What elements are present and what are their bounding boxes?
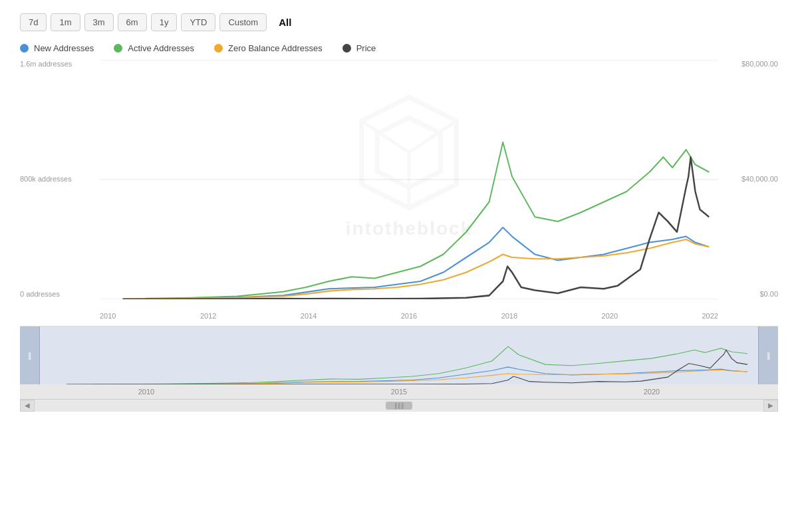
legend-item-zero-balance-addresses: Zero Balance Addresses xyxy=(214,43,323,53)
x-label: 2018 xyxy=(501,312,517,320)
legend-label: Zero Balance Addresses xyxy=(228,43,323,53)
scroll-thumb[interactable]: ‖‖‖ xyxy=(386,402,412,410)
x-label: 2012 xyxy=(200,312,216,320)
time-btn-6m[interactable]: 6m xyxy=(118,13,147,31)
time-btn-ytd[interactable]: YTD xyxy=(181,13,215,31)
legend-dot xyxy=(114,44,122,53)
time-btn-3m[interactable]: 3m xyxy=(84,13,114,31)
main-chart-svg xyxy=(100,60,718,299)
legend-dot xyxy=(214,44,223,53)
y-label-right: $40,000.00 xyxy=(741,175,778,183)
time-btn-7d[interactable]: 7d xyxy=(20,13,47,31)
legend-dot xyxy=(20,44,29,53)
x-label: 2016 xyxy=(401,312,417,320)
scrollbar: ◀ ‖‖‖ ▶ xyxy=(20,399,778,411)
main-container: 7d1m3m6m1yYTDCustomAll New AddressesActi… xyxy=(0,0,798,532)
legend-label: New Addresses xyxy=(34,43,94,53)
legend-dot xyxy=(342,44,351,53)
navigator-x-labels: 201020152020 xyxy=(20,384,778,399)
y-label-right: $0.00 xyxy=(759,290,778,298)
y-axis-left: 1.6m addresses800k addresses0 addresses xyxy=(20,60,100,299)
scroll-track[interactable]: ‖‖‖ xyxy=(35,400,763,412)
chart-wrapper: 1.6m addresses800k addresses0 addresses … xyxy=(20,60,778,525)
legend-label: Active Addresses xyxy=(128,43,194,53)
navigator-x-label: 2010 xyxy=(138,388,154,396)
legend-item-new-addresses: New Addresses xyxy=(20,43,94,53)
y-label-left: 1.6m addresses xyxy=(20,60,100,68)
x-label: 2010 xyxy=(100,312,116,320)
legend: New AddressesActive AddressesZero Balanc… xyxy=(20,43,778,53)
time-controls: 7d1m3m6m1yYTDCustomAll xyxy=(20,13,778,31)
scroll-right-arrow[interactable]: ▶ xyxy=(763,400,778,412)
legend-item-active-addresses: Active Addresses xyxy=(114,43,194,53)
navigator-handle-right[interactable]: ‖ xyxy=(758,327,778,384)
legend-item-price: Price xyxy=(342,43,376,53)
chart-main: 1.6m addresses800k addresses0 addresses … xyxy=(20,60,778,326)
time-btn-all[interactable]: All xyxy=(271,13,299,31)
navigator-x-label: 2020 xyxy=(644,388,660,396)
legend-label: Price xyxy=(356,43,376,53)
time-btn-custom[interactable]: Custom xyxy=(219,13,267,31)
navigator-chart-svg xyxy=(40,327,758,384)
y-label-left: 800k addresses xyxy=(20,175,100,183)
y-label-right: $80,000.00 xyxy=(741,60,778,68)
x-label: 2022 xyxy=(702,312,718,320)
time-btn-1m[interactable]: 1m xyxy=(51,13,80,31)
navigator-background: ‖ ‖ xyxy=(20,327,778,384)
chart-svg-area: intotheblock xyxy=(100,60,718,299)
scroll-left-arrow[interactable]: ◀ xyxy=(20,400,35,412)
navigator-x-label: 2015 xyxy=(391,388,407,396)
x-label: 2020 xyxy=(602,312,618,320)
x-axis-labels: 2010201220142016201820202022 xyxy=(100,306,718,326)
y-axis-right: $80,000.00$40,000.00$0.00 xyxy=(718,60,778,299)
navigator: ‖ ‖ 201020152020 xyxy=(20,326,778,399)
navigator-handle-left[interactable]: ‖ xyxy=(20,327,40,384)
y-label-left: 0 addresses xyxy=(20,290,100,298)
x-label: 2014 xyxy=(301,312,317,320)
time-btn-1y[interactable]: 1y xyxy=(151,13,178,31)
